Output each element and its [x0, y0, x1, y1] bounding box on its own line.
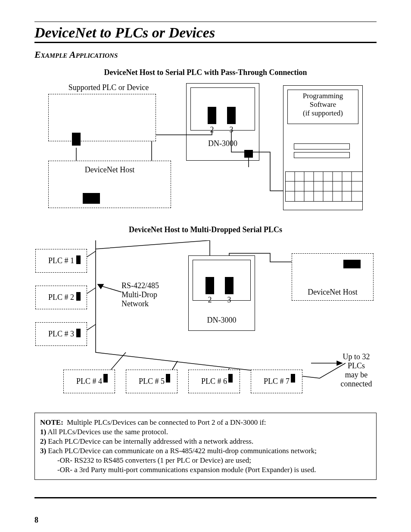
dn3000-label: DN-3000 [190, 139, 255, 148]
rule-under-title [34, 42, 377, 43]
rule-top [34, 22, 377, 22]
plc7-port-icon [291, 374, 295, 383]
dn3000-label: DN-3000 [188, 316, 255, 325]
plc3-port-icon [76, 329, 81, 337]
plc4-port-icon [103, 374, 108, 383]
plc-port-icon [72, 133, 81, 146]
section-subtitle: Example Applications [34, 49, 377, 60]
note-item3: 3) Each PLC/Device can communicate on a … [40, 447, 371, 455]
plc1-port-icon [76, 255, 81, 264]
plc5-label: PLC # 5 [139, 377, 165, 386]
plc4-label: PLC # 4 [76, 377, 102, 386]
plc-label: Supported PLC or Device [61, 83, 156, 92]
page-title: DeviceNet to PLCs or Devices [34, 25, 377, 41]
figure2-title: DeviceNet Host to Multi-Dropped Serial P… [34, 225, 377, 234]
plc1-label: PLC # 1 [48, 256, 74, 265]
plc5-port-icon [166, 374, 170, 383]
dn3000-port2-icon [208, 107, 216, 124]
host-label: DeviceNet Host [85, 165, 134, 174]
host-port-icon [343, 260, 361, 268]
host-box: DeviceNet Host [48, 161, 171, 208]
dn3000-port2-icon [206, 277, 214, 294]
plc2-port-icon [76, 292, 81, 301]
host-label: DeviceNet Host [298, 288, 367, 297]
dn3000-port3-label: 3 [225, 296, 234, 305]
limit-label: Up to 32 PLCs may be connected [335, 352, 378, 389]
plc6-label: PLC # 6 [201, 377, 227, 386]
page-number: 8 [34, 516, 38, 525]
network-label: RS-422/485 Multi-Drop Network [121, 281, 177, 308]
dn3000-port3-label: 3 [227, 125, 236, 134]
software-box: Programming Software (if supported) [287, 90, 358, 124]
dn3000-port3-icon [225, 277, 234, 294]
plc2-label: PLC # 2 [48, 293, 74, 302]
note-item2: 2) Each PLC/Device can be internally add… [40, 437, 371, 446]
page: DeviceNet to PLCs or Devices Example App… [0, 0, 411, 532]
dn3000-port2-label: 2 [206, 296, 214, 305]
plc6-port-icon [228, 374, 233, 383]
figure1-title: DeviceNet Host to Serial PLC with Pass-T… [34, 68, 377, 77]
dn3000-inner [193, 260, 251, 301]
plc-box [48, 94, 156, 141]
note-box: NOTE: Multiple PLCs/Devices can be conne… [34, 413, 377, 480]
note-item3b: -OR- RS232 to RS485 converters (1 per PL… [40, 456, 371, 465]
figure1-diagram: Supported PLC or Device 2 3 DN-3000 Devi… [35, 83, 376, 212]
plc3-label: PLC # 3 [48, 330, 74, 339]
note-item1: 1) All PLCs/Devices use the same protoco… [40, 428, 371, 436]
figure2-diagram: PLC # 1 PLC # 2 PLC # 3 PLC # 4 PLC # 5 … [35, 240, 376, 400]
footer: 8 [34, 516, 377, 525]
host-port-icon [83, 193, 100, 204]
dn3000-host-port-icon [244, 150, 253, 158]
note-item3c: -OR- a 3rd Party multi-port communicatio… [40, 466, 371, 474]
dn3000-port2-label: 2 [208, 125, 216, 134]
dn3000-box [190, 87, 255, 131]
pc-drive1 [294, 143, 350, 149]
pc-drive2 [294, 152, 350, 158]
dn3000-port3-icon [227, 107, 236, 124]
plc7-label: PLC # 7 [264, 377, 290, 386]
note-lead: NOTE: Multiple PLCs/Devices can be conne… [40, 418, 371, 427]
rule-footer [34, 497, 377, 498]
